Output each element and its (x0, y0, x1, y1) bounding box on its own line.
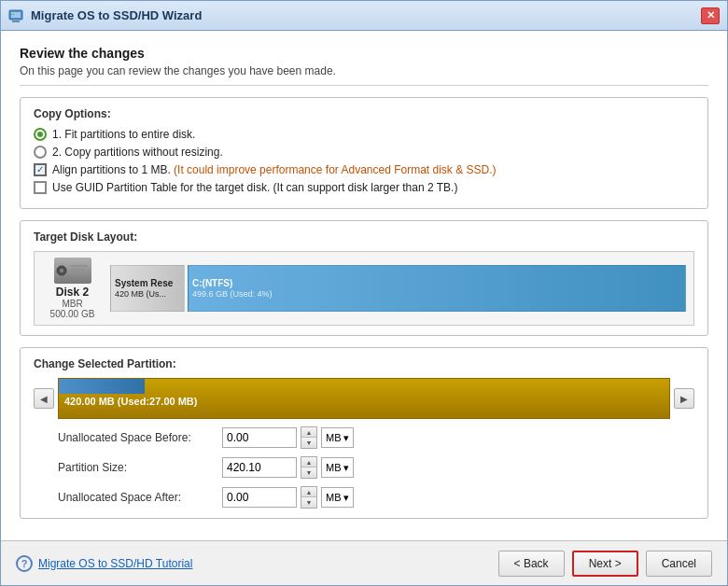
svg-rect-3 (11, 14, 15, 15)
option-1-row[interactable]: 1. Fit partitions to entire disk. (34, 128, 694, 141)
option-4-label: Use GUID Partition Table for the target … (52, 181, 457, 194)
help-link[interactable]: Migrate OS to SSD/HD Tutorial (38, 557, 192, 570)
field3-input[interactable] (222, 487, 297, 508)
field3-unit[interactable]: MB ▾ (321, 487, 354, 508)
main-window: Migrate OS to SSD/HD Wizard ✕ Review the… (0, 0, 728, 586)
svg-point-6 (60, 269, 63, 272)
partitions-container: System Rese 420 MB (Us... C:(NTFS) 499.6… (110, 265, 686, 312)
disk-size: 500.00 GB (50, 309, 95, 319)
partition-visual-bar (59, 379, 145, 394)
page-title: Review the changes (20, 46, 708, 61)
footer-buttons: < Back Next > Cancel (498, 551, 712, 577)
footer-left: ? Migrate OS to SSD/HD Tutorial (16, 555, 498, 572)
partition-system-size: 420 MB (Us... (115, 289, 180, 299)
disk-icon-area: Disk 2 MBR 500.00 GB (42, 258, 103, 319)
partition-visual: 420.00 MB (Used:27.00 MB) (58, 378, 670, 419)
help-icon[interactable]: ? (16, 555, 33, 572)
option-2-label: 2. Copy partitions without resizing. (52, 146, 223, 159)
option-1-label: 1. Fit partitions to entire disk. (52, 128, 195, 141)
field1-unit[interactable]: MB ▾ (321, 427, 354, 448)
titlebar: Migrate OS to SSD/HD Wizard ✕ (1, 1, 727, 31)
option-4-row[interactable]: Use GUID Partition Table for the target … (34, 181, 694, 194)
partition-system[interactable]: System Rese 420 MB (Us... (110, 265, 185, 312)
field3-input-row: ▲ ▼ MB ▾ (222, 486, 694, 509)
partition-c-size: 499.6 GB (Used: 4%) (192, 289, 681, 299)
partition-system-label: System Rese (115, 278, 180, 288)
partition-visual-label: 420.00 MB (Used:27.00 MB) (59, 394, 669, 409)
option-2-row[interactable]: 2. Copy partitions without resizing. (34, 146, 694, 159)
target-disk-section: Target Disk Layout: (20, 220, 708, 336)
left-arrow-button[interactable]: ◀ (34, 388, 54, 409)
content-area: Review the changes On this page you can … (1, 31, 727, 540)
field1-spinner: ▲ ▼ (301, 426, 317, 449)
field3-down-button[interactable]: ▼ (301, 497, 316, 508)
field2-down-button[interactable]: ▼ (301, 467, 316, 478)
svg-rect-8 (71, 269, 84, 271)
field3-spinner: ▲ ▼ (301, 486, 317, 509)
change-partition-section: Change Selected Partition: ◀ 420.00 MB (… (20, 347, 708, 519)
field2-input-row: ▲ ▼ MB ▾ (222, 456, 694, 479)
app-icon (8, 7, 25, 24)
page-subtitle: On this page you can review the changes … (20, 64, 708, 77)
option-3-row[interactable]: Align partitions to 1 MB. (It could impr… (34, 163, 694, 176)
field2-input[interactable] (222, 457, 297, 478)
svg-rect-9 (71, 272, 86, 274)
disk-icon (54, 258, 91, 284)
page-header: Review the changes On this page you can … (20, 46, 708, 86)
partition-fields: Unallocated Space Before: ▲ ▼ MB ▾ Parti… (58, 426, 694, 509)
copy-options-section: Copy Options: 1. Fit partitions to entir… (20, 97, 708, 209)
next-button[interactable]: Next > (572, 551, 638, 577)
copy-options-label: Copy Options: (34, 107, 694, 120)
svg-rect-7 (71, 265, 88, 267)
field2-label: Partition Size: (58, 456, 217, 479)
field1-input-row: ▲ ▼ MB ▾ (222, 426, 694, 449)
option-3-checkbox[interactable] (34, 163, 47, 176)
field3-up-button[interactable]: ▲ (301, 487, 316, 497)
partition-c-label: C:(NTFS) (192, 278, 681, 288)
partition-slider-row: ◀ 420.00 MB (Used:27.00 MB) ▶ (34, 378, 694, 419)
target-disk-label: Target Disk Layout: (34, 230, 694, 244)
right-arrow-button[interactable]: ▶ (674, 388, 694, 409)
disk-row: Disk 2 MBR 500.00 GB System Rese 420 MB … (34, 251, 694, 326)
window-title: Migrate OS to SSD/HD Wizard (31, 8, 701, 22)
field3-label: Unallocated Space After: (58, 486, 217, 509)
footer: ? Migrate OS to SSD/HD Tutorial < Back N… (1, 540, 727, 585)
change-partition-label: Change Selected Partition: (34, 357, 694, 370)
field1-up-button[interactable]: ▲ (301, 427, 316, 438)
cancel-button[interactable]: Cancel (646, 551, 712, 577)
partition-c[interactable]: C:(NTFS) 499.6 GB (Used: 4%) (188, 265, 686, 312)
option-3-label: Align partitions to 1 MB. (It could impr… (52, 163, 497, 176)
field1-down-button[interactable]: ▼ (301, 438, 316, 448)
close-button[interactable]: ✕ (701, 7, 720, 24)
disk-type: MBR (62, 299, 82, 309)
svg-rect-2 (12, 21, 20, 22)
field2-up-button[interactable]: ▲ (301, 457, 316, 467)
option-1-radio[interactable] (34, 128, 47, 141)
option-2-radio[interactable] (34, 146, 47, 159)
field1-input[interactable] (222, 427, 297, 448)
field2-spinner: ▲ ▼ (301, 456, 317, 479)
disk-name: Disk 2 (56, 286, 89, 299)
back-button[interactable]: < Back (498, 551, 565, 577)
field1-label: Unallocated Space Before: (58, 426, 217, 449)
option-4-checkbox[interactable] (34, 181, 47, 194)
field2-unit[interactable]: MB ▾ (321, 457, 354, 478)
